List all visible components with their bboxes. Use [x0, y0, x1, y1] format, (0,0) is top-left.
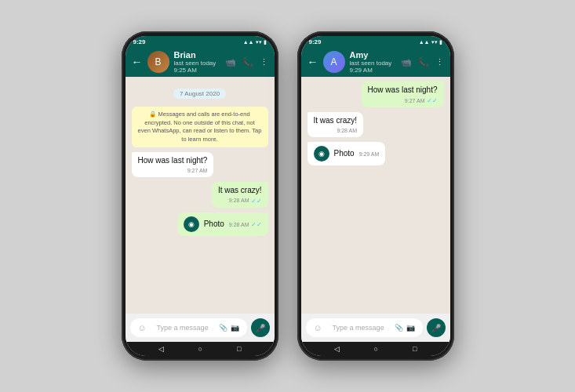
call-icon-amy[interactable]: 📞 [418, 57, 429, 67]
mic-icon: 🎤 [431, 324, 441, 332]
contact-name-amy: Amy [350, 50, 396, 60]
camera-icon[interactable]: 📷 [231, 324, 239, 332]
message-text: It was crazy! [314, 115, 358, 126]
message-input-field-brian[interactable]: ☺ Type a message 📎 📷 [130, 318, 247, 337]
nav-back-btn[interactable]: ◁ [334, 345, 340, 353]
attach-icon[interactable]: 📎 [395, 324, 403, 332]
input-placeholder-amy: Type a message [333, 324, 384, 332]
input-right-icons: 📎 📷 [395, 324, 415, 332]
status-time-amy: 9:29 [309, 38, 322, 45]
emoji-input-icon[interactable]: ☺ [314, 323, 322, 332]
phone-amy: 9:29 ▲▲ ▾▾ ▮ ← A Amy last seen today 9:2… [297, 31, 454, 361]
video-call-icon-amy[interactable]: 📹 [401, 57, 412, 67]
contact-info-brian: Brian last seen today 9:25 AM [174, 50, 220, 74]
chat-area-amy: How was last night? 9:27 AM ✓✓ It was cr… [301, 77, 450, 314]
photo-circle-icon: ◉ [188, 220, 195, 230]
video-call-icon-brian[interactable]: 📹 [225, 57, 236, 67]
message-time: 9:28 AM [337, 127, 357, 135]
table-row: It was crazy! 9:28 AM [308, 112, 444, 137]
message-bubble: How was last night? 9:27 AM ✓✓ [362, 82, 444, 107]
photo-circle-icon: ◉ [318, 149, 325, 159]
nav-home-btn[interactable]: ○ [198, 345, 202, 353]
status-bar-brian: 9:29 ▲▲ ▾▾ ▮ [126, 36, 275, 47]
mic-icon: 🎤 [256, 324, 265, 332]
input-right-icons: 📎 📷 [219, 324, 239, 332]
phone-screen-amy: 9:29 ▲▲ ▾▾ ▮ ← A Amy last seen today 9:2… [301, 36, 450, 356]
message-bubble: It was crazy! 9:28 AM ✓✓ [212, 182, 268, 208]
header-icons-amy: 📹 📞 ⋮ [401, 57, 444, 67]
header-icons-brian: 📹 📞 ⋮ [225, 57, 268, 67]
message-meta: 9:28 AM ✓✓ [218, 197, 262, 205]
photo-label: Photo [334, 148, 355, 159]
message-tick: ✓✓ [251, 197, 262, 205]
table-row: It was crazy! 9:28 AM ✓✓ [132, 182, 268, 208]
phone-body-amy: 9:29 ▲▲ ▾▾ ▮ ← A Amy last seen today 9:2… [297, 31, 454, 361]
message-bubble: How was last night? 9:27 AM [132, 152, 214, 177]
emoji-input-icon[interactable]: ☺ [138, 323, 147, 332]
contact-status-amy: last seen today 9:29 AM [350, 60, 396, 74]
message-input-field-amy[interactable]: ☺ Type a message 📎 📷 [306, 318, 423, 337]
status-time-brian: 9:29 [133, 38, 146, 45]
bottom-nav-brian: ◁ ○ □ [126, 342, 275, 356]
message-bubble: It was crazy! 9:28 AM [308, 112, 364, 137]
battery-icon: ▮ [264, 39, 267, 45]
call-icon-brian[interactable]: 📞 [242, 57, 253, 67]
mic-button-brian[interactable]: 🎤 [251, 318, 270, 337]
photo-message-bubble[interactable]: ◉ Photo 9:29 AM [308, 142, 386, 165]
wifi-icon: ▾▾ [256, 39, 262, 45]
input-area-amy: ☺ Type a message 📎 📷 🎤 [301, 314, 450, 342]
message-time: 9:29 AM [359, 151, 380, 158]
chat-area-brian: 7 August 2020 🔒 Messages and calls are e… [126, 77, 275, 314]
status-icons-amy: ▲▲ ▾▾ ▮ [419, 39, 442, 45]
nav-recent-btn[interactable]: □ [237, 345, 241, 353]
chat-header-brian: ← B Brian last seen today 9:25 AM 📹 📞 ⋮ [126, 47, 275, 77]
table-row: How was last night? 9:27 AM [132, 152, 268, 177]
wifi-icon: ▾▾ [431, 39, 438, 45]
message-time: 9:27 AM [405, 97, 425, 105]
input-area-brian: ☺ Type a message 📎 📷 🎤 [126, 314, 275, 342]
message-time: 9:27 AM [187, 167, 208, 175]
message-tick: ✓✓ [251, 220, 262, 229]
table-row: ◉ Photo 9:28 AM ✓✓ [132, 212, 268, 236]
signal-icon: ▲▲ [243, 39, 254, 45]
bottom-nav-amy: ◁ ○ □ [301, 342, 450, 356]
more-icon-amy[interactable]: ⋮ [435, 57, 444, 67]
message-text: It was crazy! [218, 185, 262, 196]
message-tick: ✓✓ [427, 96, 438, 105]
avatar-amy: A [323, 51, 345, 73]
nav-back-btn[interactable]: ◁ [158, 345, 164, 353]
contact-info-amy: Amy last seen today 9:29 AM [350, 50, 396, 74]
contact-status-brian: last seen today 9:25 AM [174, 60, 220, 74]
message-meta: 9:28 AM [314, 127, 358, 135]
table-row: ◉ Photo 9:29 AM [308, 142, 444, 165]
more-icon-brian[interactable]: ⋮ [260, 57, 268, 67]
input-placeholder-brian: Type a message [157, 324, 209, 332]
back-button-amy[interactable]: ← [308, 56, 318, 68]
system-message-brian: 🔒 Messages and calls are end-to-end encr… [132, 107, 268, 147]
chat-header-amy: ← A Amy last seen today 9:29 AM 📹 📞 ⋮ [301, 47, 450, 77]
message-text: How was last night? [138, 155, 208, 166]
message-text: How was last night? [368, 85, 438, 96]
status-icons-brian: ▲▲ ▾▾ ▮ [243, 39, 267, 45]
attach-icon[interactable]: 📎 [219, 324, 227, 332]
message-meta: 9:27 AM ✓✓ [368, 96, 438, 105]
camera-icon[interactable]: 📷 [406, 324, 415, 332]
contact-name-brian: Brian [174, 50, 220, 60]
mic-button-amy[interactable]: 🎤 [427, 318, 446, 337]
message-meta: 9:27 AM [138, 167, 208, 175]
message-meta: 9:28 AM ✓✓ [229, 220, 262, 229]
phone-screen-brian: 9:29 ▲▲ ▾▾ ▮ ← B Brian last seen today 9… [126, 36, 275, 356]
phone-brian: 9:29 ▲▲ ▾▾ ▮ ← B Brian last seen today 9… [122, 31, 278, 361]
battery-icon: ▮ [439, 39, 442, 45]
photo-message-bubble[interactable]: ◉ Photo 9:28 AM ✓✓ [177, 212, 268, 236]
nav-home-btn[interactable]: ○ [374, 345, 378, 353]
table-row: How was last night? 9:27 AM ✓✓ [308, 82, 444, 107]
message-time: 9:28 AM [229, 197, 249, 205]
status-bar-amy: 9:29 ▲▲ ▾▾ ▮ [301, 36, 450, 47]
photo-icon: ◉ [314, 146, 329, 162]
back-button-brian[interactable]: ← [132, 56, 143, 68]
nav-recent-btn[interactable]: □ [413, 345, 417, 353]
avatar-brian: B [147, 51, 169, 73]
photo-icon: ◉ [184, 216, 199, 232]
photo-label: Photo [204, 219, 224, 230]
